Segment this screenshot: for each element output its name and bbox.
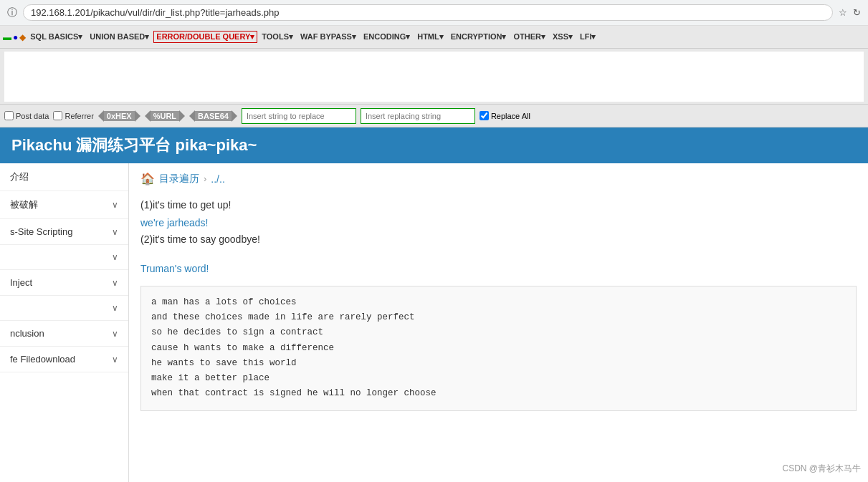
url-encode-group: %URL — [145, 110, 185, 122]
base64-encode-group: BASE64 — [189, 110, 237, 122]
chevron-icon-inclusion: ∨ — [112, 329, 118, 339]
breadcrumb-sep: › — [204, 173, 206, 184]
content-line1: (1)it's time to get up! — [140, 197, 857, 213]
replace-all-checkbox[interactable] — [480, 111, 489, 120]
chevron-icon-filedownload: ∨ — [112, 355, 118, 365]
menu-error-double-query[interactable]: ERROR/DOUBLE QUERY▾ — [153, 31, 257, 43]
referrer-label: Referrer — [65, 112, 93, 120]
menu-other[interactable]: OTHER▾ — [510, 31, 548, 43]
code-block: a man has a lots of choices and these ch… — [140, 286, 857, 411]
base64-label[interactable]: BASE64 — [195, 111, 232, 121]
browser-bar: ⓘ 192.168.1.201/pikachu/vul/dir/dir_list… — [0, 0, 868, 26]
sidebar-item-crack[interactable]: 被破解 ∨ — [0, 191, 128, 219]
base64-arrow-left — [189, 110, 195, 122]
hex-arrow-right — [135, 110, 140, 122]
dot-orange-icon: ◆ — [19, 32, 26, 42]
breadcrumb-dir[interactable]: 目录遍历 — [159, 173, 199, 185]
info-icon[interactable]: ⓘ — [7, 6, 17, 19]
hex-label[interactable]: 0xHEX — [104, 111, 135, 121]
address-bar[interactable]: 192.168.1.201/pikachu/vul/dir/dir_list.p… — [23, 4, 833, 21]
watermark: CSDN @青衫木马牛 — [782, 463, 861, 475]
content-line2: (2)it's time to say goodbye! — [140, 231, 857, 247]
menu-tools[interactable]: TOOLS▾ — [259, 31, 296, 43]
bookmark-icon[interactable]: ☆ — [839, 7, 847, 18]
hackbar-toolbar: ▬ ● ◆ SQL BASICS▾ UNION BASED▾ ERROR/DOU… — [0, 26, 868, 49]
menu-encoding[interactable]: ENCODING▾ — [361, 31, 413, 43]
sidebar-item-filedownload[interactable]: fe Filedownload ∨ — [0, 347, 128, 372]
hex-encode-group: 0xHEX — [98, 110, 140, 122]
watermark-text: CSDN @青衫木马牛 — [782, 463, 861, 473]
options-bar: Post data Referrer 0xHEX %URL BASE64 Rep… — [0, 105, 868, 127]
breadcrumb-up[interactable]: ../.. — [211, 173, 224, 185]
sidebar-label-intro: 介绍 — [10, 170, 29, 183]
code-line-5: he wants to save this world — [151, 356, 846, 371]
url-input[interactable] — [4, 52, 864, 102]
sidebar-item-5[interactable]: ∨ — [0, 296, 128, 321]
url-label[interactable]: %URL — [151, 111, 179, 121]
sidebar-item-inclusion[interactable]: nclusion ∨ — [0, 321, 128, 347]
replacing-string-input[interactable] — [361, 108, 475, 124]
referrer-checkbox[interactable] — [53, 111, 62, 120]
home-icon[interactable]: 🏠 — [140, 172, 155, 185]
hex-arrow-left — [98, 110, 104, 122]
replace-string-input[interactable] — [242, 108, 356, 124]
chevron-icon-xss: ∨ — [112, 227, 118, 237]
sidebar-label-filedownload: fe Filedownload — [10, 354, 75, 365]
post-data-label: Post data — [16, 112, 49, 120]
app-title: Pikachu 漏洞练习平台 pika~pika~ — [11, 135, 257, 156]
url-arrow-left — [145, 110, 151, 122]
chevron-icon-inject: ∨ — [112, 278, 118, 288]
menu-html[interactable]: HTML▾ — [414, 31, 447, 43]
dot-green-icon: ▬ — [3, 32, 11, 42]
refresh-icon[interactable]: ↻ — [853, 7, 861, 18]
sidebar-label-inclusion: nclusion — [10, 328, 44, 339]
code-line-7: when that contract is signed he will no … — [151, 386, 846, 401]
url-area-container — [0, 49, 868, 105]
sidebar-item-inject[interactable]: Inject ∨ — [0, 270, 128, 296]
sidebar-item-xss[interactable]: s-Site Scripting ∨ — [0, 219, 128, 245]
app-body: 介绍 被破解 ∨ s-Site Scripting ∨ ∨ Inject ∨ ∨… — [0, 163, 868, 482]
menu-waf-bypass[interactable]: WAF BYPASS▾ — [297, 31, 359, 43]
post-data-option[interactable]: Post data — [4, 111, 49, 120]
sidebar-label-crack: 被破解 — [10, 198, 38, 211]
menu-xss[interactable]: XSS▾ — [550, 31, 576, 43]
breadcrumb: 🏠 目录遍历 › ../.. — [140, 172, 857, 185]
sidebar: 介绍 被破解 ∨ s-Site Scripting ∨ ∨ Inject ∨ ∨… — [0, 163, 129, 482]
menu-lfi[interactable]: LFI▾ — [577, 31, 599, 43]
content-link1[interactable]: we're jarheads! — [140, 217, 209, 228]
sidebar-item-intro[interactable]: 介绍 — [0, 163, 128, 191]
menu-union-based[interactable]: UNION BASED▾ — [87, 31, 152, 43]
code-line-2: and these choices made in life are rarel… — [151, 310, 846, 325]
code-line-4: cause h wants to make a difference — [151, 341, 846, 356]
content-area: 🏠 目录遍历 › ../.. (1)it's time to get up! w… — [129, 163, 868, 482]
menu-encryption[interactable]: ENCRYPTION▾ — [448, 31, 510, 43]
code-line-1: a man has a lots of choices — [151, 295, 846, 310]
menu-sql-basics[interactable]: SQL BASICS▾ — [27, 31, 85, 43]
sidebar-item-3[interactable]: ∨ — [0, 245, 128, 270]
chevron-icon-5: ∨ — [112, 303, 118, 313]
chevron-icon-crack: ∨ — [112, 200, 118, 210]
post-data-checkbox[interactable] — [4, 111, 14, 120]
replace-all-label: Replace All — [491, 112, 530, 120]
browser-icons: ☆ ↻ — [839, 7, 861, 18]
dot-blue-icon: ● — [13, 32, 18, 42]
sidebar-label-xss: s-Site Scripting — [10, 226, 72, 237]
code-line-6: make it a better place — [151, 371, 846, 386]
base64-arrow-right — [232, 110, 237, 122]
replace-all-option[interactable]: Replace All — [480, 111, 530, 120]
referrer-option[interactable]: Referrer — [53, 111, 93, 120]
app-header: Pikachu 漏洞练习平台 pika~pika~ — [0, 127, 868, 163]
chevron-icon-3: ∨ — [112, 252, 118, 262]
code-line-3: so he decides to sign a contract — [151, 325, 846, 340]
sidebar-label-inject: Inject — [10, 277, 32, 288]
url-arrow-right — [179, 110, 185, 122]
content-link2[interactable]: Truman's word! — [140, 263, 209, 274]
